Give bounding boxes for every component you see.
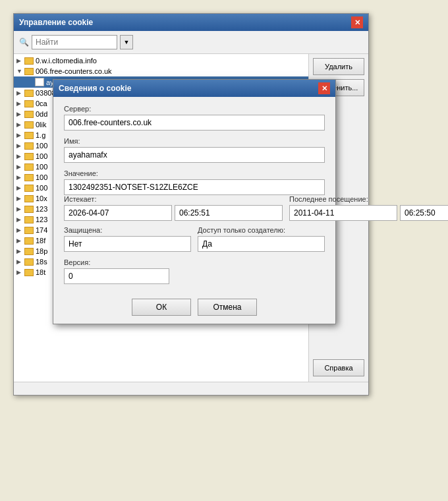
tree-item-label: 18t bbox=[36, 268, 45, 276]
expand-icon: ▶ bbox=[16, 153, 24, 160]
tree-item-label: 18p bbox=[36, 247, 47, 255]
tree-item[interactable]: ▼006.free-counters.co.uk bbox=[14, 66, 308, 76]
folder-icon bbox=[24, 90, 34, 97]
dialog-body: Сервер: Имя: Значение: Истекает: Последн… bbox=[53, 97, 335, 292]
folder-icon bbox=[24, 206, 34, 213]
expand-icon: ▶ bbox=[16, 185, 24, 191]
expand-icon: ▶ bbox=[16, 111, 24, 117]
folder-icon bbox=[24, 227, 34, 234]
name-input[interactable] bbox=[64, 147, 325, 163]
value-input[interactable] bbox=[64, 179, 325, 195]
tree-item-label: 100 bbox=[36, 173, 47, 181]
expand-icon: ▶ bbox=[16, 57, 24, 64]
creator-group: Доступ только создателю: bbox=[198, 226, 325, 252]
collapse-icon: ▼ bbox=[16, 68, 24, 74]
creator-input[interactable] bbox=[198, 236, 325, 252]
help-button[interactable]: Справка bbox=[313, 359, 364, 376]
expand-icon: ▶ bbox=[16, 269, 24, 276]
cookie-dialog: Сведения о cookie ✕ Сервер: Имя: Значени… bbox=[53, 79, 336, 324]
secure-row: Защищена: Доступ только создателю: bbox=[64, 226, 325, 252]
tree-item-label: 123 bbox=[36, 216, 47, 223]
main-titlebar: Управление cookie ✕ bbox=[14, 14, 368, 31]
folder-icon bbox=[24, 269, 34, 276]
folder-icon bbox=[24, 153, 34, 160]
search-icon: 🔍 bbox=[19, 38, 29, 47]
folder-icon bbox=[24, 258, 34, 266]
ok-button[interactable]: ОК bbox=[132, 299, 191, 316]
expires-group: Истекает: bbox=[64, 195, 283, 221]
tree-item-label: 100 bbox=[36, 142, 47, 150]
secure-group: Защищена: bbox=[64, 226, 191, 252]
folder-icon bbox=[24, 57, 34, 65]
dialog-titlebar: Сведения о cookie ✕ bbox=[53, 80, 335, 97]
dialog-title: Сведения о cookie bbox=[59, 84, 132, 93]
expand-icon: ▶ bbox=[16, 227, 24, 233]
expand-icon: ▶ bbox=[16, 195, 24, 202]
version-label: Версия: bbox=[64, 258, 325, 266]
folder-icon bbox=[24, 111, 34, 118]
version-input[interactable] bbox=[64, 268, 169, 284]
folder-icon bbox=[24, 121, 34, 129]
tree-item-label: 100 bbox=[36, 152, 47, 160]
dialog-footer: ОК Отмена bbox=[53, 292, 335, 324]
expand-icon: ▶ bbox=[16, 206, 24, 212]
folder-icon bbox=[24, 163, 34, 171]
folder-icon bbox=[24, 216, 34, 223]
expand-icon: ▶ bbox=[16, 90, 24, 96]
folder-icon bbox=[24, 185, 34, 192]
creator-label: Доступ только создателю: bbox=[198, 226, 325, 234]
expand-icon: ▶ bbox=[16, 237, 24, 244]
cancel-button[interactable]: Отмена bbox=[198, 299, 257, 316]
file-icon bbox=[35, 78, 44, 86]
dialog-close-button[interactable]: ✕ bbox=[318, 82, 330, 94]
main-toolbar: 🔍 ▼ bbox=[14, 31, 368, 54]
expires-date-input[interactable] bbox=[64, 205, 172, 221]
folder-icon bbox=[24, 68, 34, 75]
search-input[interactable] bbox=[32, 35, 117, 49]
delete-button[interactable]: Удалить bbox=[313, 58, 364, 75]
tree-item-label: 0dd bbox=[36, 110, 47, 118]
expand-icon: ▶ bbox=[16, 163, 24, 170]
tree-item-label: 123 bbox=[36, 205, 47, 213]
folder-icon bbox=[24, 142, 34, 150]
expand-icon: ▶ bbox=[16, 258, 24, 265]
value-label: Значение: bbox=[64, 169, 325, 177]
expand-icon: ▶ bbox=[16, 216, 24, 223]
expand-icon: ▶ bbox=[16, 248, 24, 254]
folder-icon bbox=[24, 248, 34, 255]
dates-row: Истекает: Последнее посещение: bbox=[64, 195, 325, 221]
lastvisit-date-input[interactable] bbox=[289, 205, 397, 221]
folder-icon bbox=[24, 100, 34, 107]
tree-item-label: 1.g bbox=[36, 131, 45, 139]
tree-item-label: 100 bbox=[36, 184, 47, 192]
folder-icon bbox=[24, 237, 34, 245]
expand-icon: ▶ bbox=[16, 121, 24, 128]
lastvisit-label: Последнее посещение: bbox=[289, 195, 448, 203]
expand-icon: ▶ bbox=[16, 132, 24, 138]
name-label: Имя: bbox=[64, 137, 325, 145]
tree-item-label: 0ca bbox=[36, 100, 47, 107]
search-dropdown[interactable]: ▼ bbox=[120, 35, 133, 49]
tree-item-label: 100 bbox=[36, 163, 47, 171]
lastvisit-time-input[interactable] bbox=[400, 205, 448, 221]
tree-item-label: 006.free-counters.co.uk bbox=[36, 67, 112, 75]
dropdown-arrow: ▼ bbox=[124, 39, 130, 45]
server-label: Сервер: bbox=[64, 105, 325, 113]
tree-item-label: 0lik bbox=[36, 121, 47, 129]
expand-icon: ▶ bbox=[16, 100, 24, 107]
expand-icon: ▶ bbox=[16, 142, 24, 149]
status-bar bbox=[14, 382, 368, 395]
main-close-button[interactable]: ✕ bbox=[351, 16, 363, 28]
expires-time-input[interactable] bbox=[175, 205, 283, 221]
lastvisit-group: Последнее посещение: bbox=[289, 195, 448, 221]
server-input[interactable] bbox=[64, 115, 325, 131]
tree-item-label: 174 bbox=[36, 226, 47, 234]
expand-icon: ▶ bbox=[16, 174, 24, 181]
secure-label: Защищена: bbox=[64, 226, 191, 234]
expires-label: Истекает: bbox=[64, 195, 283, 203]
folder-icon bbox=[24, 174, 34, 181]
tree-item-label: 18s bbox=[36, 258, 47, 266]
tree-item-label: 18f bbox=[36, 237, 45, 245]
secure-input[interactable] bbox=[64, 236, 191, 252]
tree-item[interactable]: ▶0.w.i.cltomedia.info bbox=[14, 55, 308, 66]
